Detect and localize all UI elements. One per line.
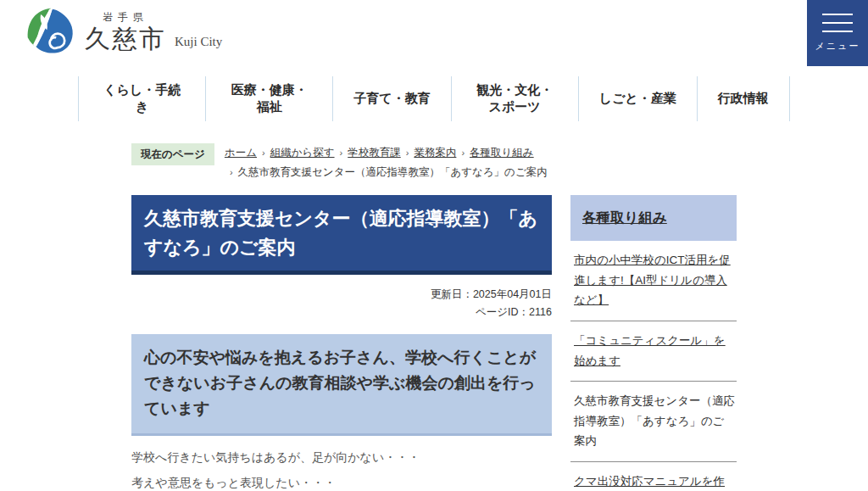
site-header: 岩手県 久慈市 Kuji City メニュー — [0, 0, 868, 73]
sidebar-header: 各種取り組み — [570, 195, 737, 241]
sidebar-item-asunaro-current: 久慈市教育支援センター（適応指導教室）「あすなろ」のご案内 — [570, 382, 737, 462]
sidebar-item-community-school[interactable]: 「コミュニティスクール」を始めます — [570, 321, 737, 382]
hamburger-icon — [822, 14, 853, 32]
nav-item-kosodate[interactable]: 子育て・教育 — [332, 76, 450, 121]
city-name: 久慈市 — [85, 25, 166, 53]
global-nav: くらし・手続き 医療・健康・福祉 子育て・教育 観光・文化・スポーツ しごと・産… — [0, 76, 868, 121]
breadcrumb-link-gyomu[interactable]: 業務案内 — [414, 147, 456, 159]
breadcrumb-link-kakushu[interactable]: 各種取り組み — [470, 147, 534, 159]
sidebar: 各種取り組み 市内の小中学校のICT活用を促進します!【AI型ドリルの導入など】… — [570, 195, 737, 491]
body-line: 学校へ行きたい気持ちはあるが、足が向かない・・・ — [131, 451, 552, 464]
breadcrumb-current: 久慈市教育支援センター（適応指導教室）「あすなろ」のご案内 — [238, 166, 548, 178]
sidebar-item-ict[interactable]: 市内の小中学校のICT活用を促進します!【AI型ドリルの導入など】 — [570, 241, 737, 321]
sidebar-item-bear-manual[interactable]: クマ出没対応マニュアルを作成しました — [570, 462, 737, 491]
page-title: 久慈市教育支援センター（適応指導教室）「あすなろ」のご案内 — [131, 195, 552, 275]
breadcrumb-link-soshiki[interactable]: 組織から探す — [270, 147, 335, 159]
nav-item-shigoto[interactable]: しごと・産業 — [578, 76, 697, 121]
current-page-badge: 現在のページ — [131, 143, 214, 165]
site-logo[interactable]: 岩手県 久慈市 Kuji City — [25, 7, 222, 56]
kuji-city-logo-icon — [25, 7, 75, 56]
main-content: 久慈市教育支援センター（適応指導教室）「あすなろ」のご案内 更新日：2025年0… — [131, 195, 552, 491]
menu-button[interactable]: メニュー — [807, 0, 868, 66]
city-name-en: Kuji City — [175, 35, 222, 53]
page-meta: 更新日：2025年04月01日 ページID：2116 — [131, 286, 552, 322]
sidebar-title-link[interactable]: 各種取り組み — [582, 209, 667, 225]
breadcrumb-separator: › — [262, 148, 265, 158]
body-line: 考えや意思をもっと表現したい・・・ — [131, 477, 552, 489]
page-id: ページID：2116 — [131, 304, 552, 321]
updated-date: 更新日：2025年04月01日 — [131, 286, 552, 304]
breadcrumb: 現在のページ ホーム›組織から探す›学校教育課›業務案内›各種取り組み ›久慈市… — [131, 143, 737, 184]
menu-button-label: メニュー — [815, 40, 860, 53]
breadcrumb-link-gakko[interactable]: 学校教育課 — [348, 147, 401, 159]
prefecture-label: 岩手県 — [103, 10, 148, 25]
nav-item-kurashi[interactable]: くらし・手続き — [78, 76, 205, 121]
nav-item-gyosei[interactable]: 行政情報 — [697, 76, 790, 121]
lead-summary: 心の不安や悩みを抱えるお子さん、学校へ行くことができないお子さんの教育相談や学ぶ… — [131, 334, 552, 436]
body-text: 学校へ行きたい気持ちはあるが、足が向かない・・・ 考えや意思をもっと表現したい・… — [131, 451, 552, 491]
nav-item-iryo[interactable]: 医療・健康・福祉 — [205, 76, 332, 121]
breadcrumb-link-home[interactable]: ホーム — [225, 147, 257, 159]
sidebar-list: 市内の小中学校のICT活用を促進します!【AI型ドリルの導入など】 「コミュニテ… — [570, 241, 737, 491]
nav-item-kanko[interactable]: 観光・文化・スポーツ — [451, 76, 578, 121]
